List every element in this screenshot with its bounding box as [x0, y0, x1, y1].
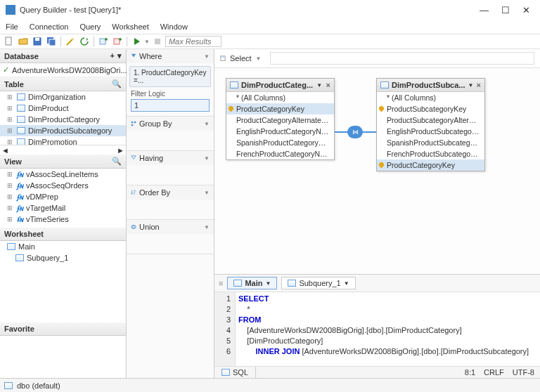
max-results-input[interactable]: [165, 36, 221, 47]
sql-tab-button[interactable]: SQL: [214, 367, 256, 378]
table-panel-header: Table 🔍: [0, 77, 126, 91]
join-line: [335, 131, 349, 133]
svg-rect-6: [100, 39, 105, 44]
table-tree[interactable]: ⊞DimOrganization ⊞DimProduct ⊞DimProduct…: [0, 91, 126, 145]
cursor-pos: 8:1: [465, 368, 475, 377]
diagram-canvas[interactable]: DimProductCateg...▼× * (All Columns) Pro…: [214, 68, 540, 274]
select-field[interactable]: [270, 52, 535, 65]
close-button[interactable]: ✕: [522, 5, 530, 15]
hscroll[interactable]: ◄►: [0, 145, 126, 155]
svg-rect-8: [155, 39, 160, 44]
titlebar: Query Builder - test [Query1]* — ☐ ✕: [0, 0, 540, 20]
column-row[interactable]: ProductCategoryAlternateKey: [226, 115, 334, 126]
select-bar: Select ▼: [214, 49, 540, 68]
column-row[interactable]: EnglishProductSubcategoryN...: [377, 126, 484, 137]
sql-editor[interactable]: 123456 SELECT * FROM [AdventureWorksDW20…: [214, 292, 540, 366]
database-name: AdventureWorksDW2008BigOri...: [12, 66, 127, 74]
orderby-header[interactable]: Order By▼: [127, 185, 214, 200]
table-item: ⊞DimProductSubcategory: [0, 125, 126, 136]
search-icon[interactable]: 🔍: [112, 157, 122, 166]
tab-main[interactable]: Main▼: [227, 277, 277, 289]
filter-logic-label: Filter Logic: [131, 90, 210, 98]
add2-icon[interactable]: [111, 36, 124, 47]
favorite-panel-header: Favorite: [0, 322, 126, 336]
union-header[interactable]: Union▼: [127, 220, 214, 234]
close-icon[interactable]: ×: [326, 81, 330, 89]
view-item: ⊞ʄɴvTimeSeries: [0, 214, 126, 222]
column-row[interactable]: FrenchProductSubcategoryN...: [377, 148, 484, 159]
column-row[interactable]: SpanishProductSubcategoryN...: [377, 137, 484, 148]
column-row[interactable]: FrenchProductCategoryName: [226, 148, 334, 159]
worksheet-tree[interactable]: Main Subquery_1: [0, 241, 126, 269]
run-icon[interactable]: [130, 36, 143, 47]
table-item: ⊞DimProduct: [0, 103, 126, 114]
column-row[interactable]: ProductSubcategoryAlternat...: [377, 115, 484, 126]
menu-file[interactable]: File: [6, 22, 18, 31]
select-label: Select: [230, 54, 252, 63]
join-icon[interactable]: ⋈: [347, 126, 363, 138]
menu-query[interactable]: Query: [79, 22, 101, 31]
groupby-header[interactable]: Group By▼: [127, 117, 214, 131]
column-row[interactable]: * (All Columns): [226, 92, 334, 103]
encoding: UTF-8: [513, 368, 534, 377]
having-header[interactable]: Having▼: [127, 151, 214, 165]
clause-column: Where▼ 1. ProductCategoryKey =... Filter…: [127, 49, 214, 378]
menu-connection[interactable]: Connection: [30, 22, 69, 31]
tabs-menu-icon[interactable]: ≡: [219, 279, 223, 287]
minimize-button[interactable]: —: [480, 5, 489, 15]
schema-label[interactable]: dbo (default): [17, 381, 60, 390]
sql-statusbar: SQL 8:1CRLFUTF-8: [214, 366, 540, 378]
line-ending: CRLF: [484, 368, 504, 377]
table-item: ⊞DimPromotion: [0, 136, 126, 145]
db-menu-icon[interactable]: ▾: [117, 51, 122, 60]
svg-rect-2: [35, 38, 39, 41]
add-icon[interactable]: [97, 36, 110, 47]
table-item: ⊞DimProductCategory: [0, 114, 126, 125]
view-item: ⊞ʄɴvAssocSeqLineItems: [0, 169, 126, 180]
window-title: Query Builder - test [Query1]*: [20, 6, 121, 14]
new-icon[interactable]: [3, 36, 15, 47]
svg-rect-11: [131, 124, 133, 126]
run-dropdown-icon[interactable]: ▼: [144, 39, 150, 45]
save-icon[interactable]: [31, 36, 44, 47]
app-icon: [6, 5, 15, 15]
column-row[interactable]: ProductCategoryKey: [226, 103, 334, 115]
stop-icon[interactable]: [151, 36, 164, 47]
menubar: File Connection Query Worksheet Window: [0, 20, 540, 34]
worksheet-item: Main: [0, 241, 126, 252]
wand-icon[interactable]: [64, 36, 77, 47]
where-condition[interactable]: 1. ProductCategoryKey =...: [129, 66, 211, 87]
sql-tabs: ≡ Main▼ Subquery_1▼: [214, 275, 540, 292]
join-line: [362, 131, 376, 133]
column-row[interactable]: SpanishProductCategoryName: [226, 137, 334, 148]
view-item: ⊞ʄɴvDMPrep: [0, 191, 126, 202]
database-row[interactable]: ✓ AdventureWorksDW2008BigOri...: [0, 63, 126, 77]
view-tree[interactable]: ⊞ʄɴvAssocSeqLineItems ⊞ʄɴvAssocSeqOrders…: [0, 169, 126, 222]
sql-code[interactable]: SELECT * FROM [AdventureWorksDW2008BigOr…: [236, 292, 540, 366]
menu-window[interactable]: Window: [160, 22, 188, 31]
table-window-2[interactable]: DimProductSubca...▼× * (All Columns) Pro…: [376, 78, 485, 171]
column-row[interactable]: ProductCategoryKey: [377, 159, 484, 171]
column-row[interactable]: EnglishProductCategoryName: [226, 126, 334, 137]
save-all-icon[interactable]: [45, 36, 58, 47]
menu-worksheet[interactable]: Worksheet: [112, 22, 148, 31]
tab-subquery[interactable]: Subquery_1▼: [281, 277, 355, 289]
column-row[interactable]: ProductSubcategoryKey: [377, 103, 484, 115]
column-row[interactable]: * (All Columns): [377, 92, 484, 103]
open-icon[interactable]: [17, 36, 30, 47]
select-dropdown-icon[interactable]: ▼: [256, 55, 262, 62]
filter-logic-input[interactable]: 1: [131, 99, 210, 112]
maximize-button[interactable]: ☐: [501, 5, 510, 15]
search-icon[interactable]: 🔍: [112, 79, 122, 89]
select-icon: [220, 55, 226, 61]
table-item: ⊞DimOrganization: [0, 91, 126, 103]
refresh-icon[interactable]: [78, 36, 91, 47]
svg-rect-15: [221, 56, 225, 58]
where-header[interactable]: Where▼: [127, 49, 214, 63]
schema-icon: [4, 382, 13, 389]
close-icon[interactable]: ×: [477, 81, 481, 89]
table-window-1[interactable]: DimProductCateg...▼× * (All Columns) Pro…: [226, 78, 335, 160]
db-add-icon[interactable]: +: [110, 51, 115, 60]
worksheet-item: Subquery_1: [0, 252, 126, 263]
worksheet-panel-header: Worksheet: [0, 228, 126, 241]
